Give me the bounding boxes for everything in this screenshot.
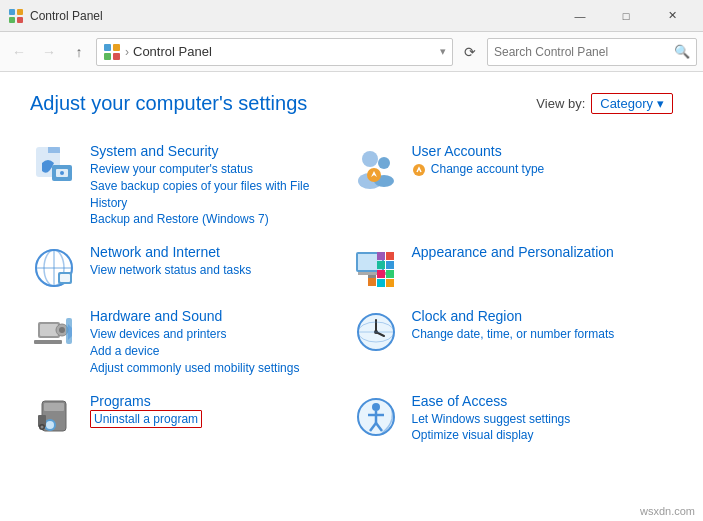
- ease-of-access-link-2[interactable]: Optimize visual display: [412, 427, 571, 444]
- forward-button[interactable]: →: [36, 39, 62, 65]
- title-bar-icon: [8, 8, 24, 24]
- svg-rect-36: [368, 278, 376, 286]
- page-header: Adjust your computer's settings View by:…: [30, 92, 673, 115]
- system-security-icon: [30, 143, 78, 191]
- address-bar: ← → ↑ › Control Panel ▾ ⟳ 🔍: [0, 32, 703, 72]
- svg-point-59: [372, 403, 380, 411]
- svg-rect-32: [386, 270, 394, 278]
- svg-rect-29: [368, 275, 376, 278]
- hardware-sound-link-2[interactable]: Add a device: [90, 343, 299, 360]
- clock-region-text: Clock and Region Change date, time, or n…: [412, 308, 615, 343]
- ease-of-access-link-1[interactable]: Let Windows suggest settings: [412, 411, 571, 428]
- svg-point-14: [378, 157, 390, 169]
- system-security-link-2[interactable]: Save backup copies of your files with Fi…: [90, 178, 340, 212]
- page-title: Adjust your computer's settings: [30, 92, 307, 115]
- system-security-link-3[interactable]: Backup and Restore (Windows 7): [90, 211, 340, 228]
- svg-rect-35: [377, 261, 385, 269]
- path-separator: ›: [125, 45, 129, 59]
- view-by-dropdown[interactable]: Category ▾: [591, 93, 673, 114]
- programs-title[interactable]: Programs: [90, 393, 202, 409]
- svg-rect-37: [377, 270, 385, 278]
- category-ease-of-access: Ease of Access Let Windows suggest setti…: [352, 385, 674, 453]
- title-bar-title: Control Panel: [30, 9, 557, 23]
- user-accounts-text: User Accounts Change account type: [412, 143, 545, 178]
- path-label: Control Panel: [133, 44, 212, 59]
- appearance-icon: [352, 244, 400, 292]
- minimize-button[interactable]: —: [557, 0, 603, 32]
- view-by: View by: Category ▾: [536, 93, 673, 114]
- network-internet-title[interactable]: Network and Internet: [90, 244, 251, 260]
- hardware-sound-icon: [30, 308, 78, 356]
- hardware-sound-link-1[interactable]: View devices and printers: [90, 326, 299, 343]
- main-content: Adjust your computer's settings View by:…: [0, 72, 703, 462]
- ease-of-access-icon: [352, 393, 400, 441]
- svg-rect-7: [113, 53, 120, 60]
- category-programs: Programs Uninstall a program: [30, 385, 352, 453]
- clock-region-icon: [352, 308, 400, 356]
- system-security-text: System and Security Review your computer…: [90, 143, 340, 228]
- svg-rect-34: [377, 252, 385, 260]
- svg-rect-43: [34, 340, 62, 344]
- category-system-security: System and Security Review your computer…: [30, 135, 352, 236]
- view-by-label: View by:: [536, 96, 585, 111]
- search-box[interactable]: 🔍: [487, 38, 697, 66]
- programs-text: Programs Uninstall a program: [90, 393, 202, 428]
- path-control-panel-icon: [103, 43, 121, 61]
- svg-point-57: [41, 425, 44, 428]
- category-clock-region: Clock and Region Change date, time, or n…: [352, 300, 674, 384]
- system-security-title[interactable]: System and Security: [90, 143, 340, 159]
- category-hardware-sound: Hardware and Sound View devices and prin…: [30, 300, 352, 384]
- watermark: wsxdn.com: [640, 505, 695, 517]
- hardware-sound-text: Hardware and Sound View devices and prin…: [90, 308, 299, 376]
- svg-rect-1: [17, 9, 23, 15]
- view-by-value: Category: [600, 96, 653, 111]
- appearance-title[interactable]: Appearance and Personalization: [412, 244, 614, 260]
- user-accounts-title[interactable]: User Accounts: [412, 143, 545, 159]
- user-accounts-icon: [352, 143, 400, 191]
- back-button[interactable]: ←: [6, 39, 32, 65]
- maximize-button[interactable]: □: [603, 0, 649, 32]
- title-bar-controls: — □ ✕: [557, 0, 695, 32]
- search-input[interactable]: [494, 45, 674, 59]
- close-button[interactable]: ✕: [649, 0, 695, 32]
- clock-region-link-1[interactable]: Change date, time, or number formats: [412, 326, 615, 343]
- category-network-internet: Network and Internet View network status…: [30, 236, 352, 300]
- svg-rect-25: [60, 274, 70, 282]
- hardware-sound-title[interactable]: Hardware and Sound: [90, 308, 299, 324]
- svg-rect-4: [104, 44, 111, 51]
- hardware-sound-link-3[interactable]: Adjust commonly used mobility settings: [90, 360, 299, 377]
- category-user-accounts: User Accounts Change account type: [352, 135, 674, 236]
- view-by-arrow: ▾: [657, 96, 664, 111]
- svg-point-11: [60, 171, 64, 175]
- svg-rect-52: [44, 403, 64, 411]
- svg-rect-31: [386, 261, 394, 269]
- clock-region-title[interactable]: Clock and Region: [412, 308, 615, 324]
- path-dropdown-arrow[interactable]: ▾: [440, 45, 446, 58]
- appearance-text: Appearance and Personalization: [412, 244, 614, 262]
- title-bar: Control Panel — □ ✕: [0, 0, 703, 32]
- system-security-link-1[interactable]: Review your computer's status: [90, 161, 340, 178]
- refresh-button[interactable]: ⟳: [457, 39, 483, 65]
- svg-point-18: [413, 164, 425, 176]
- network-internet-icon: [30, 244, 78, 292]
- svg-point-54: [46, 421, 54, 429]
- svg-rect-30: [386, 252, 394, 260]
- svg-rect-33: [386, 279, 394, 287]
- user-accounts-link-1[interactable]: Change account type: [412, 161, 545, 178]
- programs-link-1[interactable]: Uninstall a program: [90, 410, 202, 428]
- settings-grid: System and Security Review your computer…: [30, 135, 673, 452]
- network-internet-text: Network and Internet View network status…: [90, 244, 251, 279]
- svg-rect-5: [113, 44, 120, 51]
- svg-rect-3: [17, 17, 23, 23]
- address-path[interactable]: › Control Panel ▾: [96, 38, 453, 66]
- search-icon[interactable]: 🔍: [674, 44, 690, 59]
- up-button[interactable]: ↑: [66, 39, 92, 65]
- svg-rect-2: [9, 17, 15, 23]
- ease-of-access-title[interactable]: Ease of Access: [412, 393, 571, 409]
- svg-point-12: [362, 151, 378, 167]
- ease-of-access-text: Ease of Access Let Windows suggest setti…: [412, 393, 571, 445]
- network-internet-link-1[interactable]: View network status and tasks: [90, 262, 251, 279]
- category-appearance: Appearance and Personalization: [352, 236, 674, 300]
- svg-rect-40: [40, 324, 58, 336]
- svg-point-42: [59, 327, 65, 333]
